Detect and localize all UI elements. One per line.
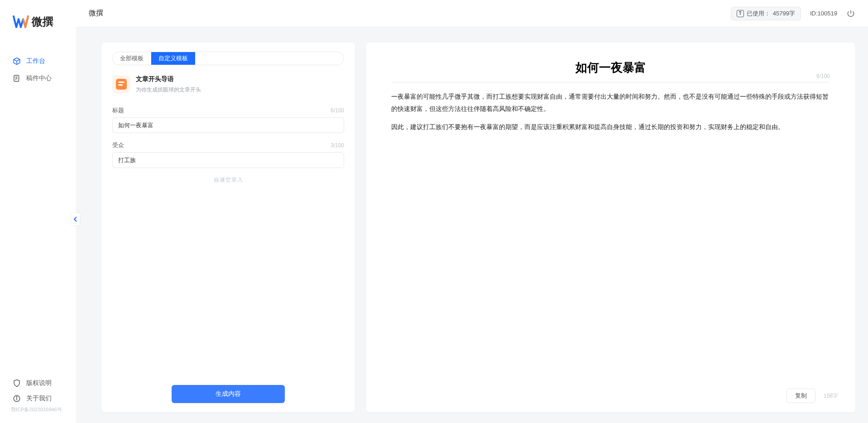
- main-content: 全部模板 自定义模板 文章开头导语 为你生成抓眼球的文章开头 标题 6/100: [76, 27, 868, 423]
- document-icon: [13, 74, 21, 82]
- copy-button[interactable]: 复制: [786, 389, 815, 403]
- result-body: 一夜暴富的可能性几乎微乎其微，而打工族想要实现财富自由，通常需要付出大量的时间和…: [366, 82, 855, 139]
- sidebar-item-label: 版权说明: [26, 379, 52, 387]
- template-header: 文章开头导语 为你生成抓眼球的文章开头: [112, 75, 344, 94]
- info-icon: [13, 394, 21, 403]
- tab-custom-template[interactable]: 自定义模板: [151, 52, 195, 65]
- input-form: 标题 6/100 受众 3/100 自请空录入: [112, 106, 344, 184]
- title-label: 标题: [112, 106, 124, 115]
- audience-input[interactable]: [112, 152, 344, 168]
- audience-count: 3/100: [331, 142, 344, 149]
- svg-point-3: [16, 397, 17, 398]
- cube-icon: [13, 57, 21, 65]
- result-title-count: 6/100: [816, 73, 830, 79]
- template-tabs: 全部模板 自定义模板: [112, 52, 344, 65]
- field-audience: 受众 3/100: [112, 141, 344, 168]
- icp-label: 鄂ICP备2022016946号: [0, 406, 76, 418]
- template-icon: [112, 75, 130, 93]
- shield-icon: [13, 379, 21, 387]
- sidebar-item-workbench[interactable]: 工作台: [0, 53, 76, 70]
- sidebar-item-about[interactable]: 关于我们: [0, 391, 76, 406]
- result-title: 如何一夜暴富: [391, 60, 830, 76]
- sidebar-collapse-button[interactable]: [72, 213, 80, 226]
- sidebar-item-label: 关于我们: [26, 394, 52, 403]
- generate-button[interactable]: 生成内容: [172, 385, 285, 403]
- template-desc: 为你生成抓眼球的文章开头: [136, 86, 201, 94]
- sidebar-item-drafts[interactable]: 稿件中心: [0, 70, 76, 87]
- document-lines-icon: [116, 79, 127, 90]
- title-count: 6/100: [331, 107, 344, 114]
- page-title: 微撰: [89, 9, 103, 18]
- title-input[interactable]: [112, 117, 344, 133]
- result-paragraph: 因此，建议打工族们不要抱有一夜暴富的期望，而是应该注重积累财富和提高自身技能，通…: [391, 121, 830, 133]
- result-footer: 复制 158字: [786, 389, 838, 403]
- power-icon[interactable]: [846, 9, 855, 18]
- sidebar-nav: 工作台 稿件中心: [0, 53, 76, 375]
- audience-label: 受众: [112, 141, 124, 149]
- sidebar-item-label: 工作台: [26, 57, 45, 65]
- usage-value: 45799字: [773, 10, 795, 18]
- app-name: 微撰: [32, 14, 53, 29]
- result-panel: 如何一夜暴富 6/100 一夜暴富的可能性几乎微乎其微，而打工族想要实现财富自由…: [366, 43, 855, 412]
- tab-all-templates[interactable]: 全部模板: [113, 52, 151, 65]
- template-title: 文章开头导语: [136, 75, 201, 83]
- form-panel: 全部模板 自定义模板 文章开头导语 为你生成抓眼球的文章开头 标题 6/100: [101, 43, 355, 412]
- usage-label: 已使用：: [747, 10, 770, 18]
- field-title: 标题 6/100: [112, 106, 344, 133]
- text-icon: T: [737, 10, 744, 17]
- chevron-left-icon: [73, 216, 78, 222]
- result-header: 如何一夜暴富 6/100: [391, 60, 830, 82]
- sidebar-item-label: 稿件中心: [26, 74, 52, 82]
- app-logo: 微撰: [0, 0, 76, 39]
- sidebar-footer: 版权说明 关于我们 鄂ICP备2022016946号: [0, 375, 76, 423]
- logo-icon: [13, 14, 29, 30]
- sidebar: 微撰 工作台 稿件中心 版权说明 关于我们 鄂ICP备2022016946号: [0, 0, 76, 423]
- result-paragraph: 一夜暴富的可能性几乎微乎其微，而打工族想要实现财富自由，通常需要付出大量的时间和…: [391, 91, 830, 115]
- word-count: 158字: [824, 392, 838, 400]
- user-id: ID:100519: [810, 10, 837, 17]
- auto-fill-hint: 自请空录入: [112, 176, 344, 184]
- sidebar-item-copyright[interactable]: 版权说明: [0, 375, 76, 391]
- usage-badge[interactable]: T 已使用： 45799字: [731, 7, 801, 20]
- topbar: 微撰 T 已使用： 45799字 ID:100519: [76, 0, 868, 27]
